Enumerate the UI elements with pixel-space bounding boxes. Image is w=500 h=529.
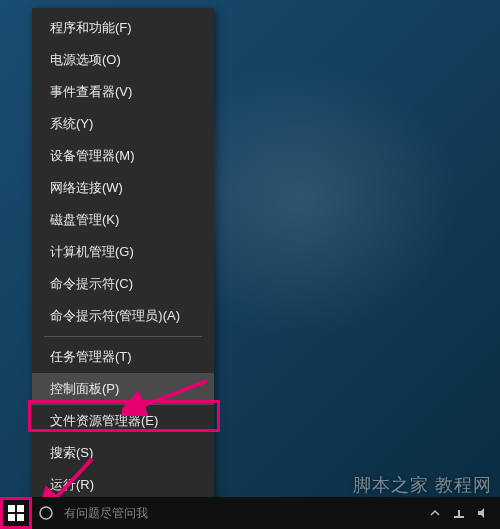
tray-network-icon[interactable] (450, 504, 468, 522)
menu-network-connections[interactable]: 网络连接(W) (32, 172, 214, 204)
start-button[interactable] (0, 497, 32, 529)
menu-power-options[interactable]: 电源选项(O) (32, 44, 214, 76)
menu-system[interactable]: 系统(Y) (32, 108, 214, 140)
menu-separator (44, 336, 202, 337)
menu-command-prompt-admin[interactable]: 命令提示符(管理员)(A) (32, 300, 214, 332)
menu-programs-features[interactable]: 程序和功能(F) (32, 12, 214, 44)
svg-rect-5 (17, 514, 24, 521)
circle-icon (38, 505, 54, 521)
menu-disk-management[interactable]: 磁盘管理(K) (32, 204, 214, 236)
menu-search[interactable]: 搜索(S) (32, 437, 214, 469)
taskbar-search-text[interactable]: 有问题尽管问我 (60, 505, 148, 522)
svg-rect-7 (454, 516, 464, 518)
winx-context-menu: 程序和功能(F) 电源选项(O) 事件查看器(V) 系统(Y) 设备管理器(M)… (32, 8, 214, 529)
menu-computer-management[interactable]: 计算机管理(G) (32, 236, 214, 268)
menu-command-prompt[interactable]: 命令提示符(C) (32, 268, 214, 300)
svg-rect-3 (17, 505, 24, 512)
cortana-icon[interactable] (32, 497, 60, 529)
svg-rect-2 (8, 505, 15, 512)
windows-logo-icon (8, 505, 24, 521)
taskbar: 有问题尽管问我 (0, 497, 500, 529)
watermark-text: 脚本之家 教程网 (353, 473, 492, 497)
tray-chevron-up-icon[interactable] (426, 504, 444, 522)
svg-rect-8 (458, 510, 460, 516)
menu-control-panel[interactable]: 控制面板(P) (32, 373, 214, 405)
svg-point-6 (40, 507, 52, 519)
menu-device-manager[interactable]: 设备管理器(M) (32, 140, 214, 172)
tray-volume-icon[interactable] (474, 504, 492, 522)
system-tray (426, 504, 500, 522)
menu-file-explorer[interactable]: 文件资源管理器(E) (32, 405, 214, 437)
menu-event-viewer[interactable]: 事件查看器(V) (32, 76, 214, 108)
menu-task-manager[interactable]: 任务管理器(T) (32, 341, 214, 373)
svg-rect-4 (8, 514, 15, 521)
